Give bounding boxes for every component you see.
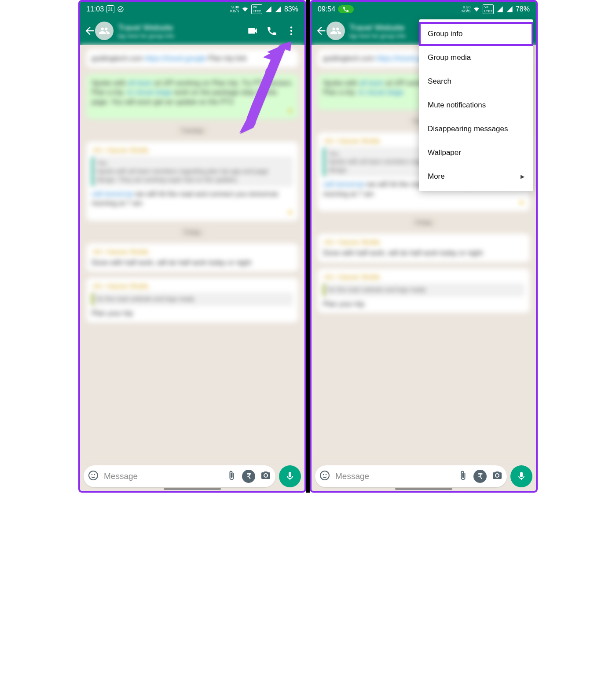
battery-text: 83%	[284, 5, 298, 13]
ongoing-call-pill[interactable]	[338, 5, 354, 13]
svg-point-0	[118, 7, 123, 12]
payment-button[interactable]: ₹	[473, 470, 487, 483]
menu-mute-notifications[interactable]: Mute notifications	[419, 93, 533, 117]
attach-button[interactable]	[458, 470, 468, 482]
data-rate: 9.00KB/S	[230, 5, 239, 13]
signal-icon-1	[265, 6, 272, 13]
message-in: +91 • Gaurav ShuklaDone with half work, …	[86, 243, 298, 272]
emoji-button[interactable]	[319, 470, 330, 482]
group-icon	[99, 25, 110, 37]
video-call-button[interactable]	[243, 25, 262, 37]
arrow-left-icon	[315, 25, 327, 37]
chat-title-block[interactable]: Travel Website tap here for group info	[118, 23, 243, 39]
menu-group-info[interactable]: Group info	[419, 22, 533, 46]
message-in: +91 • Gaurav Shuklafor the main website …	[86, 278, 298, 322]
payment-button[interactable]: ₹	[242, 470, 255, 483]
message-in: +91 • Gaurav ShuklaYouSpoke with all tea…	[86, 142, 298, 221]
battery-text: 78%	[516, 5, 530, 13]
chevron-right-icon: ▶	[521, 173, 524, 180]
back-button[interactable]	[315, 25, 327, 37]
svg-point-4	[89, 471, 98, 480]
input-bar: Message ₹	[84, 465, 301, 487]
left-screenshot: 11:03 31 9.00KB/S VoLTE2 83% Travel Webs…	[78, 0, 306, 493]
message-out: Spoke with all team at UPI working on Pl…	[86, 74, 298, 120]
emoji-icon	[88, 470, 99, 481]
paperclip-icon	[458, 470, 468, 481]
video-icon	[247, 25, 258, 37]
message-placeholder: Message	[335, 471, 452, 481]
message-input-box[interactable]: Message ₹	[84, 465, 275, 487]
date-chip: Friday	[179, 227, 205, 237]
emoji-icon	[319, 470, 330, 481]
menu-wallpaper[interactable]: Wallpaper	[419, 141, 533, 165]
paperclip-icon	[226, 470, 237, 481]
menu-more-label: More	[428, 172, 445, 181]
status-bar: 11:03 31 9.00KB/S VoLTE2 83%	[80, 2, 304, 17]
message-input-box[interactable]: Message ₹	[315, 465, 507, 487]
date-chip: Tuesday	[176, 125, 208, 136]
lte-badge: VoLTE2	[483, 4, 494, 14]
attach-button[interactable]	[226, 470, 237, 482]
svg-point-5	[92, 474, 93, 475]
svg-point-11	[320, 471, 329, 480]
more-options-button[interactable]	[282, 25, 301, 37]
svg-point-6	[94, 474, 95, 475]
chat-title: Travel Website	[118, 23, 243, 33]
status-bar: 09:54 0.28KB/S VoLTE2 78%	[312, 2, 536, 17]
group-icon	[330, 25, 341, 37]
camera-icon	[492, 470, 502, 481]
mic-icon	[516, 471, 527, 482]
right-screenshot: 09:54 0.28KB/S VoLTE2 78% Travel Website…	[310, 0, 538, 493]
lte-badge: VoLTE2	[251, 4, 262, 14]
message-in: +91 • Gaurav ShuklaDone with half work, …	[318, 234, 530, 262]
svg-point-13	[326, 474, 327, 475]
status-time: 09:54	[318, 5, 335, 13]
menu-disappearing-messages[interactable]: Disappearing messages	[419, 117, 533, 141]
svg-point-1	[290, 26, 292, 28]
arrow-left-icon	[84, 25, 96, 37]
mic-button[interactable]	[279, 465, 301, 487]
data-rate: 0.28KB/S	[462, 5, 471, 13]
mic-button[interactable]	[510, 465, 532, 487]
voice-call-button[interactable]	[262, 25, 282, 37]
date-chip: Friday	[411, 217, 437, 228]
menu-more[interactable]: More▶	[419, 165, 533, 188]
signal-icon-2	[506, 6, 513, 13]
chat-subtitle: tap here for group info	[118, 33, 243, 39]
signal-icon-1	[496, 6, 503, 13]
message-in: +91 • Gaurav Shuklafor the main website …	[318, 269, 530, 313]
emoji-button[interactable]	[88, 470, 99, 482]
app-bar: Travel Website tap here for group info	[80, 17, 304, 45]
camera-button[interactable]	[492, 470, 502, 482]
message-placeholder: Message	[104, 471, 221, 481]
checkmark-icon	[117, 6, 124, 13]
signal-icon-2	[275, 6, 282, 13]
input-bar: Message ₹	[315, 465, 532, 487]
nav-handle	[395, 488, 452, 490]
phone-icon	[266, 25, 278, 37]
overflow-menu: Group info Group media Search Mute notif…	[419, 19, 533, 191]
group-avatar[interactable]	[95, 22, 114, 40]
status-time: 11:03	[86, 5, 104, 13]
phone-icon	[342, 6, 349, 13]
svg-point-12	[323, 474, 324, 475]
wifi-icon	[242, 6, 249, 13]
nav-handle	[164, 488, 221, 490]
camera-button[interactable]	[260, 470, 271, 482]
message-in: guidingtech.com https://travel.google Pl…	[86, 49, 298, 68]
calendar-icon: 31	[106, 5, 114, 13]
group-avatar[interactable]	[326, 22, 345, 40]
menu-search[interactable]: Search	[419, 70, 533, 93]
wifi-icon	[473, 6, 480, 13]
menu-group-media[interactable]: Group media	[419, 46, 533, 70]
mic-icon	[285, 471, 295, 482]
camera-icon	[260, 470, 271, 481]
svg-point-2	[290, 30, 292, 32]
back-button[interactable]	[84, 25, 96, 37]
chat-body[interactable]: guidingtech.com https://travel.google Pl…	[80, 45, 304, 460]
more-vert-icon	[286, 25, 297, 37]
svg-point-3	[290, 33, 292, 35]
